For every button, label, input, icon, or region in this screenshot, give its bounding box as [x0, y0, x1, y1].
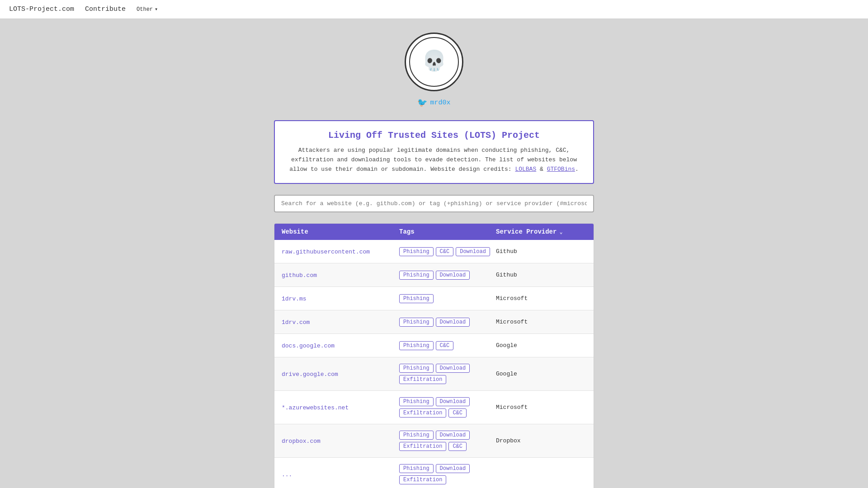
tag-badge[interactable]: Phishing: [399, 247, 434, 256]
table-row: docs.google.comPhishingC&CGoogle: [274, 334, 594, 357]
tag-badge[interactable]: Phishing: [399, 397, 434, 406]
tag-badge[interactable]: Phishing: [399, 431, 434, 440]
gtfobins-link[interactable]: GTFOBins: [547, 166, 575, 173]
provider-cell: Microsoft: [496, 319, 586, 325]
tag-badge[interactable]: Download: [456, 247, 490, 256]
page-content: 💀 🐦 mrd0x Living Off Trusted Sites (LOTS…: [267, 19, 601, 488]
logo-inner: 💀: [409, 37, 459, 87]
tag-badge[interactable]: Download: [436, 364, 470, 373]
tag-badge[interactable]: C&C: [436, 247, 454, 256]
provider-cell: Microsoft: [496, 295, 586, 302]
tags-cell: PhishingDownloadExfiltration: [399, 462, 496, 486]
tag-badge[interactable]: C&C: [448, 442, 467, 451]
site-link[interactable]: docs.google.com: [282, 343, 335, 349]
table-row: 1drv.comPhishingDownloadMicrosoft: [274, 310, 594, 334]
site-cell: drive.google.com: [282, 371, 399, 378]
tags-cell: PhishingDownloadExfiltrationC&C: [399, 395, 496, 419]
search-input[interactable]: [274, 195, 594, 212]
tag-badge[interactable]: Exfiltration: [399, 375, 446, 384]
site-link[interactable]: 1drv.ms: [282, 296, 307, 302]
twitter-link[interactable]: 🐦 mrd0x: [417, 98, 450, 108]
site-cell: 1drv.ms: [282, 295, 399, 302]
table-header: Website Tags Service Provider ⌄: [274, 224, 594, 240]
tag-badge[interactable]: Download: [436, 397, 470, 406]
info-box: Living Off Trusted Sites (LOTS) Project …: [274, 120, 594, 184]
tags-cell: PhishingC&C: [399, 339, 496, 352]
site-link[interactable]: 1drv.com: [282, 319, 310, 326]
navbar: LOTS-Project.com Contribute Other ▾: [0, 0, 868, 19]
brand-link[interactable]: LOTS-Project.com: [9, 5, 74, 13]
sort-icon: ⌄: [559, 229, 562, 235]
data-table: Website Tags Service Provider ⌄ raw.gith…: [274, 223, 594, 488]
tag-badge[interactable]: Download: [436, 271, 470, 280]
site-cell: dropbox.com: [282, 437, 399, 445]
site-link[interactable]: github.com: [282, 272, 317, 279]
tag-badge[interactable]: Exfiltration: [399, 408, 446, 418]
tags-cell: PhishingC&CDownload: [399, 245, 496, 258]
tags-cell: PhishingDownload: [399, 269, 496, 282]
site-link[interactable]: raw.githubusercontent.com: [282, 249, 370, 255]
tags-cell: Phishing: [399, 292, 496, 305]
site-link[interactable]: dropbox.com: [282, 438, 321, 445]
tag-badge[interactable]: Exfiltration: [399, 442, 446, 451]
lolbas-link[interactable]: LOLBAS: [515, 166, 536, 173]
table-row: ...PhishingDownloadExfiltration: [274, 458, 594, 488]
tag-badge[interactable]: Download: [436, 318, 470, 327]
twitter-handle: mrd0x: [430, 99, 450, 107]
site-link[interactable]: drive.google.com: [282, 371, 338, 378]
provider-cell: Github: [496, 272, 586, 278]
site-link[interactable]: *.azurewebsites.net: [282, 404, 349, 411]
header-tags: Tags: [399, 228, 496, 235]
tag-badge[interactable]: C&C: [448, 408, 467, 418]
tag-badge[interactable]: Phishing: [399, 318, 434, 327]
tag-badge[interactable]: Exfiltration: [399, 475, 446, 484]
site-cell: github.com: [282, 272, 399, 279]
tags-cell: PhishingDownload: [399, 316, 496, 328]
tag-badge[interactable]: Phishing: [399, 294, 434, 303]
provider-cell: Github: [496, 248, 586, 255]
provider-cell: Google: [496, 342, 586, 349]
header-service-provider[interactable]: Service Provider ⌄: [496, 228, 586, 235]
logo: 💀: [405, 33, 463, 91]
twitter-icon: 🐦: [417, 98, 427, 108]
site-link[interactable]: ...: [282, 471, 292, 478]
site-cell: *.azurewebsites.net: [282, 404, 399, 411]
table-row: *.azurewebsites.netPhishingDownloadExfil…: [274, 391, 594, 424]
table-row: 1drv.msPhishingMicrosoft: [274, 287, 594, 310]
site-cell: raw.githubusercontent.com: [282, 248, 399, 255]
search-box: [274, 195, 594, 212]
table-row: raw.githubusercontent.comPhishingC&CDown…: [274, 240, 594, 263]
tag-badge[interactable]: Download: [436, 464, 470, 473]
header-website: Website: [282, 228, 399, 235]
table-row: github.comPhishingDownloadGithub: [274, 263, 594, 287]
tag-badge[interactable]: Phishing: [399, 364, 434, 373]
tag-badge[interactable]: Phishing: [399, 341, 434, 350]
contribute-link[interactable]: Contribute: [85, 5, 126, 13]
site-cell: 1drv.com: [282, 319, 399, 326]
site-cell: ...: [282, 471, 399, 478]
provider-cell: Microsoft: [496, 404, 586, 411]
table-row: drive.google.comPhishingDownloadExfiltra…: [274, 357, 594, 391]
tag-badge[interactable]: Phishing: [399, 464, 434, 473]
site-cell: docs.google.com: [282, 342, 399, 349]
info-title: Living Off Trusted Sites (LOTS) Project: [288, 130, 580, 141]
tag-badge[interactable]: Phishing: [399, 271, 434, 280]
other-dropdown[interactable]: Other ▾: [137, 6, 158, 13]
skull-icon: 💀: [422, 52, 447, 72]
provider-cell: Google: [496, 371, 586, 377]
other-label: Other: [137, 6, 153, 13]
table-row: dropbox.comPhishingDownloadExfiltrationC…: [274, 424, 594, 458]
tags-cell: PhishingDownloadExfiltrationC&C: [399, 429, 496, 453]
table-body: raw.githubusercontent.comPhishingC&CDown…: [274, 240, 594, 488]
info-description: Attackers are using popular legitimate d…: [288, 146, 580, 174]
tag-badge[interactable]: C&C: [436, 341, 454, 350]
tag-badge[interactable]: Download: [436, 431, 470, 440]
provider-cell: Dropbox: [496, 437, 586, 444]
tags-cell: PhishingDownloadExfiltration: [399, 362, 496, 386]
dropdown-arrow-icon: ▾: [155, 6, 158, 13]
